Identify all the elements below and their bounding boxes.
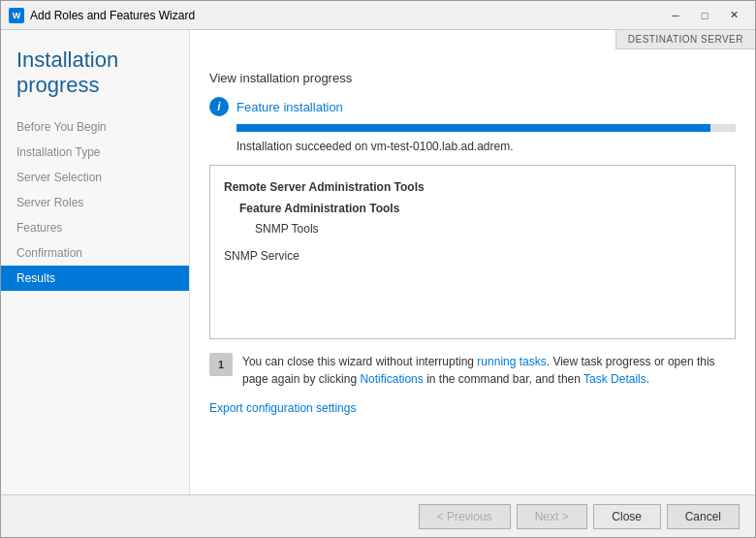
feature-line-3: SNMP Service [224,246,721,268]
close-window-button[interactable]: ✕ [720,6,747,25]
notification-text: You can close this wizard without interr… [242,353,736,388]
progress-bar-track [236,124,736,132]
main-content: DESTINATION SERVER View installation pro… [190,30,755,494]
sidebar-header: Installation progress [1,30,189,111]
sidebar: Installation progress Before You Begin I… [1,30,190,494]
title-bar-text: Add Roles and Features Wizard [30,9,662,22]
feature-line-1: Feature Administration Tools [224,199,721,220]
maximize-button[interactable]: □ [691,6,718,25]
feature-line-2: SNMP Tools [224,219,721,240]
sidebar-item-features: Features [1,215,189,240]
app-icon: W [9,8,24,23]
close-button[interactable]: Close [593,504,661,529]
feature-line-0: Remote Server Administration Tools [224,177,721,199]
progress-bar-fill [236,124,710,132]
installed-features-box: Remote Server Administration Tools Featu… [209,165,736,339]
sidebar-item-confirmation: Confirmation [1,240,189,266]
cancel-button[interactable]: Cancel [667,504,740,529]
sidebar-item-installation-type: Installation Type [1,140,189,165]
success-text: Installation succeeded on vm-test-0100.l… [236,140,736,153]
minimize-button[interactable]: ─ [662,6,689,25]
previous-button[interactable]: < Previous [419,504,511,529]
feature-install-row: i Feature installation [209,97,736,116]
export-link[interactable]: Export configuration settings [209,401,356,415]
main-body: View installation progress i Feature ins… [190,30,755,494]
info-icon: i [209,97,229,116]
sidebar-item-before-you-begin: Before You Begin [1,114,189,140]
destination-server-label: DESTINATION SERVER [615,30,755,49]
content-area: Installation progress Before You Begin I… [1,30,755,494]
footer: < Previous Next > Close Cancel [1,494,755,537]
next-button[interactable]: Next > [517,504,587,529]
section-heading: View installation progress [209,71,736,85]
title-bar: W Add Roles and Features Wizard ─ □ ✕ [1,1,755,30]
sidebar-item-server-selection: Server Selection [1,165,189,190]
feature-install-label: Feature installation [236,100,343,114]
wizard-window: W Add Roles and Features Wizard ─ □ ✕ In… [0,0,756,538]
sidebar-item-server-roles: Server Roles [1,190,189,215]
notification-row: 1 You can close this wizard without inte… [209,353,736,388]
sidebar-item-results: Results [1,266,189,291]
notification-icon: 1 [209,353,233,376]
window-controls: ─ □ ✕ [662,6,747,25]
sidebar-nav: Before You Begin Installation Type Serve… [1,111,189,494]
progress-bar-container [236,124,736,132]
sidebar-title: Installation progress [16,47,173,99]
